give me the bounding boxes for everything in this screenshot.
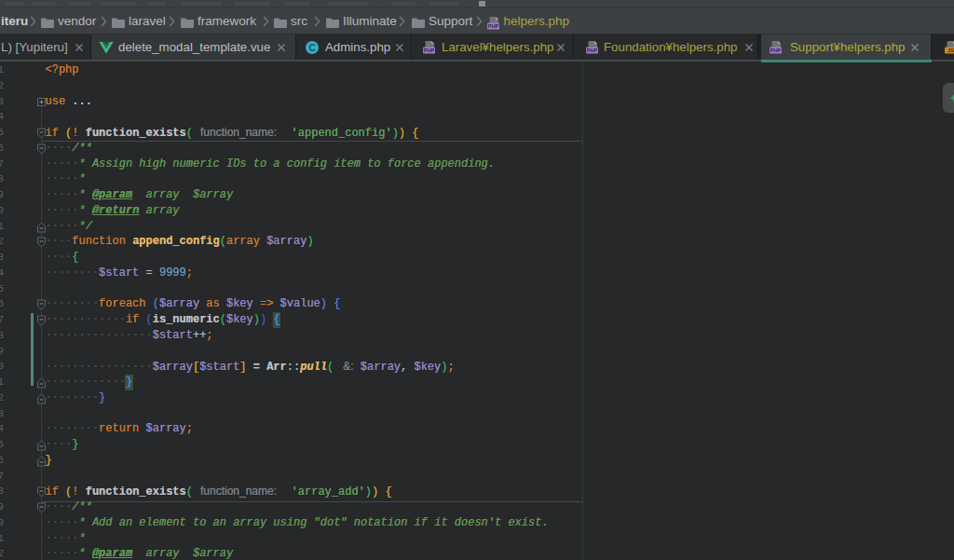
svg-text:PHP: PHP [424,48,435,53]
svg-text:PHP: PHP [770,48,782,53]
svg-text:C: C [308,43,315,53]
svg-text:PHP: PHP [587,48,598,53]
svg-text:PHP: PHP [488,23,499,29]
svg-text:JS: JS [947,48,954,53]
